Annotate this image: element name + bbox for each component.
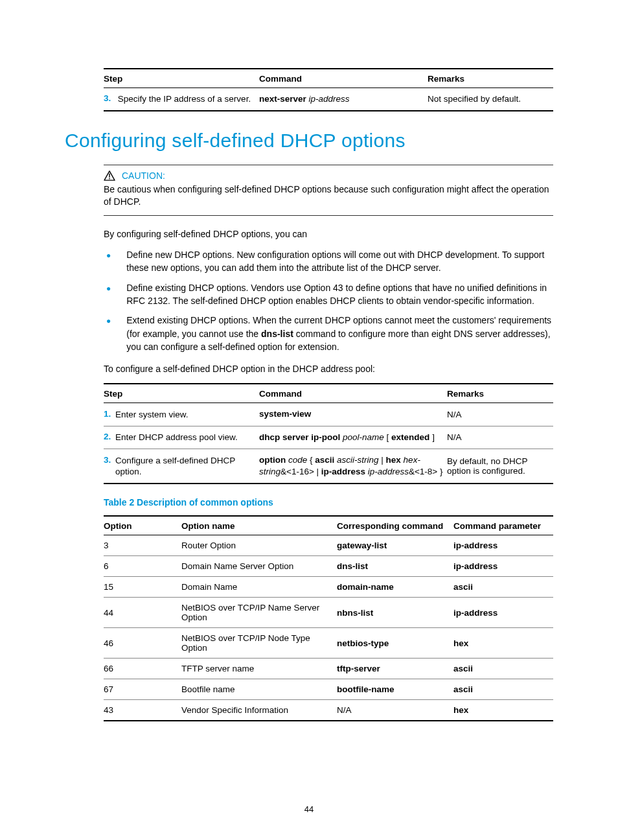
table-row: 46NetBIOS over TCP/IP Node Type Optionne… — [104, 628, 553, 659]
step-remarks: N/A — [447, 426, 553, 449]
th-command: Command — [259, 69, 428, 88]
step-desc: Enter DHCP address pool view. — [115, 432, 251, 443]
svg-point-1 — [109, 178, 110, 179]
opt-name: TFTP server name — [181, 659, 337, 679]
th-option-name: Option name — [181, 516, 337, 535]
opt-name: Vendor Specific Information — [181, 700, 337, 721]
opt-cmd: N/A — [337, 700, 453, 721]
bullet-icon: ● — [106, 250, 111, 275]
step-command: system-view — [259, 403, 447, 426]
th-command: Command — [259, 384, 447, 403]
opt-param: hex — [453, 700, 553, 721]
table-row: 43Vendor Specific InformationN/Ahex — [104, 700, 553, 721]
opt-num: 44 — [104, 598, 181, 628]
bullet-list: ●Define new DHCP options. New configurat… — [104, 248, 553, 353]
caution-text: Be cautious when configuring self-define… — [104, 183, 553, 209]
opt-param: ascii — [453, 659, 553, 679]
cmd-bold: next-server — [259, 94, 306, 104]
opt-num: 67 — [104, 679, 181, 700]
config-line: To configure a self-defined DHCP option … — [104, 362, 553, 375]
opt-param: ascii — [453, 679, 553, 700]
table-row: 6Domain Name Server Optiondns-listip-add… — [104, 556, 553, 577]
bullet-icon: ● — [106, 283, 111, 308]
opt-cmd: dns-list — [337, 556, 453, 577]
table2-caption: Table 2 Description of common options — [104, 497, 553, 508]
opt-cmd: bootfile-name — [337, 679, 453, 700]
step-number: 1. — [104, 409, 115, 419]
th-remarks: Remarks — [428, 69, 553, 88]
opt-name: Domain Name Server Option — [181, 556, 337, 577]
opt-num: 66 — [104, 659, 181, 679]
caution-icon — [104, 170, 115, 181]
step-desc: Enter system view. — [115, 409, 251, 421]
step-command: option code { ascii ascii-string | hex h… — [259, 449, 447, 484]
step-desc: Specify the IP address of a server. — [118, 93, 254, 105]
opt-param: ip-address — [453, 535, 553, 556]
config-step-table: Step Command Remarks 1.Enter system view… — [104, 383, 553, 484]
table-row: 1.Enter system view.system-viewN/A — [104, 403, 553, 426]
opt-name: NetBIOS over TCP/IP Node Type Option — [181, 628, 337, 659]
opt-param: hex — [453, 628, 553, 659]
page-title: Configuring self-defined DHCP options — [65, 130, 553, 152]
cmd-ital: ip-address — [306, 94, 350, 104]
table-row: 3.Configure a self-defined DHCP option.o… — [104, 449, 553, 484]
th-corr-cmd: Corresponding command — [337, 516, 453, 535]
list-item: ●Define new DHCP options. New configurat… — [104, 248, 553, 275]
opt-cmd: nbns-list — [337, 598, 453, 628]
options-table: Option Option name Corresponding command… — [104, 515, 553, 721]
opt-num: 43 — [104, 700, 181, 721]
table-row: 2.Enter DHCP address pool view.dhcp serv… — [104, 426, 553, 449]
th-remarks: Remarks — [447, 384, 553, 403]
step-number: 3. — [104, 93, 115, 103]
opt-param: ascii — [453, 577, 553, 598]
table-row: 3Router Optiongateway-listip-address — [104, 535, 553, 556]
th-option: Option — [104, 516, 181, 535]
step-command: dhcp server ip-pool pool-name [ extended… — [259, 426, 447, 449]
th-step: Step — [104, 384, 259, 403]
top-step-table: Step Command Remarks 3. Specify the IP a… — [104, 68, 553, 111]
table-row: 15Domain Namedomain-nameascii — [104, 577, 553, 598]
opt-param: ip-address — [453, 556, 553, 577]
step-remarks: N/A — [447, 403, 553, 426]
bullet-icon: ● — [106, 316, 111, 353]
th-cmd-param: Command parameter — [453, 516, 553, 535]
opt-cmd: domain-name — [337, 577, 453, 598]
step-number: 3. — [104, 455, 115, 465]
list-item-text: Extend existing DHCP options. When the c… — [126, 314, 553, 353]
step-desc: Configure a self-defined DHCP option. — [115, 455, 251, 478]
opt-num: 3 — [104, 535, 181, 556]
opt-name: Bootfile name — [181, 679, 337, 700]
table-row: 66TFTP server nametftp-serverascii — [104, 659, 553, 679]
page-number: 44 — [0, 804, 618, 814]
caution-box: CAUTION: Be cautious when configuring se… — [104, 165, 553, 216]
opt-num: 6 — [104, 556, 181, 577]
list-item: ●Extend existing DHCP options. When the … — [104, 314, 553, 353]
table-row: 44NetBIOS over TCP/IP Name Server Option… — [104, 598, 553, 628]
opt-name: Router Option — [181, 535, 337, 556]
step-number: 2. — [104, 432, 115, 441]
table-row: 67Bootfile namebootfile-nameascii — [104, 679, 553, 700]
table-row: 3. Specify the IP address of a server. n… — [104, 88, 553, 111]
opt-param: ip-address — [453, 598, 553, 628]
list-item-text: Define new DHCP options. New configurati… — [126, 248, 553, 275]
step-remarks: Not specified by default. — [428, 88, 553, 111]
opt-name: NetBIOS over TCP/IP Name Server Option — [181, 598, 337, 628]
opt-cmd: tftp-server — [337, 659, 453, 679]
opt-cmd: gateway-list — [337, 535, 453, 556]
opt-num: 15 — [104, 577, 181, 598]
opt-name: Domain Name — [181, 577, 337, 598]
list-item: ●Define existing DHCP options. Vendors u… — [104, 281, 553, 308]
intro-text: By configuring self-defined DHCP options… — [104, 228, 553, 240]
step-remarks: By default, no DHCP option is configured… — [447, 449, 553, 484]
caution-label: CAUTION: — [122, 170, 165, 181]
th-step: Step — [104, 69, 259, 88]
list-item-text: Define existing DHCP options. Vendors us… — [126, 281, 553, 308]
opt-cmd: netbios-type — [337, 628, 453, 659]
opt-num: 46 — [104, 628, 181, 659]
